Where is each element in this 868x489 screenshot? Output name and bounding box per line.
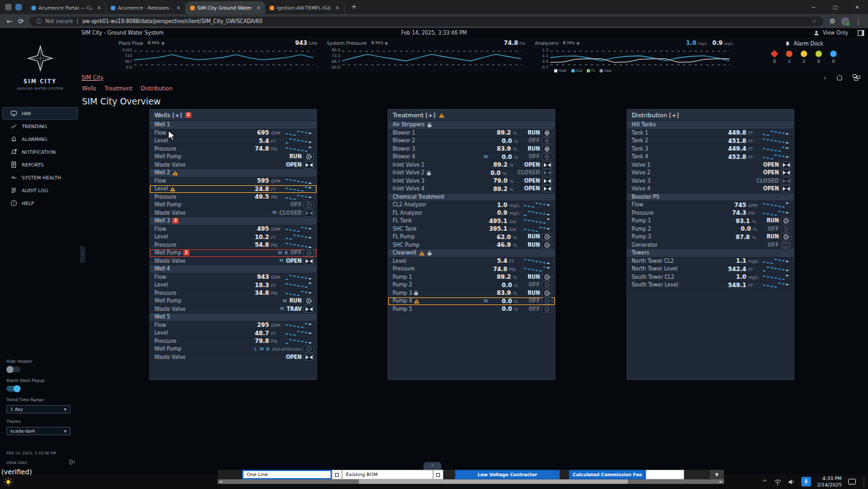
data-row[interactable]: Level24.8FT bbox=[150, 185, 316, 194]
data-row[interactable]: Blower 20.0%OFF bbox=[388, 137, 555, 145]
data-row[interactable]: South Tower Level549.1FT bbox=[627, 281, 794, 290]
screens-icon[interactable] bbox=[853, 74, 860, 81]
data-row[interactable]: Waste ValveOPEN bbox=[150, 162, 316, 170]
sidebar-item-alarming[interactable]: ALARMING bbox=[2, 133, 78, 145]
section-header-hill-tanks[interactable]: Hill Tanks bbox=[627, 121, 794, 129]
weather-widget[interactable] bbox=[0, 477, 13, 486]
data-row[interactable]: Valve 1OPEN bbox=[627, 162, 794, 170]
data-row[interactable]: Pressure74.8PSI bbox=[150, 145, 316, 154]
dropdown-caret[interactable]: ▼ bbox=[710, 470, 724, 479]
data-row[interactable]: SHC Tank395.1Gal bbox=[388, 226, 555, 234]
browser-tab[interactable]: Ignition-AW-TEMPL-IG01 – Ignitio...✕ bbox=[265, 1, 345, 14]
data-row[interactable]: Blower 4M0.0%OFF bbox=[388, 153, 555, 162]
cell-one-line[interactable]: One Line bbox=[242, 470, 332, 479]
data-row[interactable]: FL Analyzer0.9mg/L bbox=[388, 210, 555, 218]
speaker-icon[interactable] bbox=[788, 479, 795, 485]
tab-distribution[interactable]: Distribution bbox=[141, 85, 173, 92]
sidebar-item-help[interactable]: ?HELP bbox=[2, 197, 78, 210]
alarm-dock[interactable]: Alarm Dock 01200 bbox=[740, 40, 868, 64]
scroll-right-arrow[interactable]: ► bbox=[718, 479, 724, 484]
distribution-panel-header[interactable]: Distribution [+] bbox=[627, 110, 794, 121]
show-desktop-button[interactable] bbox=[864, 477, 865, 487]
profile-avatar[interactable] bbox=[841, 17, 849, 26]
data-row[interactable]: Pressure79.8PSI bbox=[150, 338, 316, 346]
taskbar-clock[interactable]: 4:33 PM 2/14/2025 bbox=[817, 476, 842, 488]
data-row[interactable]: Well PumpMRUN bbox=[150, 297, 316, 306]
refresh-button[interactable]: ⟳ bbox=[18, 18, 24, 25]
alarm-priority-indicator[interactable]: 1 bbox=[786, 51, 792, 64]
data-row[interactable]: CL2 Analyzer1.0mg/L bbox=[388, 201, 555, 210]
scrollbar-thumb[interactable] bbox=[359, 479, 628, 484]
url-bar[interactable]: ⓘ Not secure | aw-sprk01-ws19:8088/data/… bbox=[29, 17, 823, 26]
data-row[interactable]: Well PumpL M BOut-of-Service bbox=[150, 345, 316, 354]
data-row[interactable]: Pressure54.8PSI bbox=[150, 242, 316, 250]
section-header-well-2[interactable]: Well 2 bbox=[150, 169, 316, 178]
nav-back-icon[interactable]: ‹ bbox=[824, 74, 826, 81]
sidebar-collapse-handle[interactable]: ‹ bbox=[80, 246, 85, 263]
data-row[interactable]: North Tower CL21.1mg/L bbox=[627, 258, 794, 266]
section-header-chemical-treatment[interactable]: Chemical Treatment bbox=[388, 194, 555, 202]
data-row[interactable]: Pump 383.9%RUN bbox=[388, 290, 555, 298]
cell-existing-bom[interactable]: Existing BOM bbox=[342, 470, 433, 479]
bookmark-star-icon[interactable]: ☆ bbox=[812, 18, 817, 24]
data-row[interactable]: FL Pump62.0%RUN bbox=[388, 233, 555, 242]
notification-center-icon[interactable] bbox=[848, 479, 856, 485]
maximize-button[interactable]: ▢ bbox=[824, 0, 846, 14]
extensions-icon[interactable]: ⚙ bbox=[829, 18, 835, 25]
alarm-priority-indicator[interactable]: 2 bbox=[801, 51, 807, 64]
sidebar-item-system-health[interactable]: SYSTEM HEALTH bbox=[2, 171, 78, 184]
sidebar-item-hmi[interactable]: HMI bbox=[2, 107, 78, 120]
data-row[interactable]: Tank 3449.4FT bbox=[627, 145, 794, 154]
section-header-clearwell[interactable]: Clearwell bbox=[388, 249, 555, 258]
tab-treatment[interactable]: Treatment bbox=[104, 85, 132, 92]
data-row[interactable]: Flow595GPM bbox=[150, 178, 316, 186]
tray-expand-icon[interactable]: ^ bbox=[762, 479, 767, 485]
tab-close-icon[interactable]: ✕ bbox=[174, 5, 181, 11]
tab-close-icon[interactable]: ✕ bbox=[95, 5, 101, 11]
data-row[interactable]: Valve 4OPEN bbox=[627, 185, 794, 194]
checkbox[interactable] bbox=[433, 470, 443, 479]
section-header-well-5[interactable]: Well 5 bbox=[150, 313, 316, 322]
data-row[interactable]: Tank 4452.8FT bbox=[627, 153, 794, 162]
range-select[interactable]: 8 Hrs▼ bbox=[371, 40, 388, 46]
scroll-left-arrow[interactable]: ◄ bbox=[218, 479, 224, 484]
data-row[interactable]: Waste ValveOPEN bbox=[150, 354, 316, 362]
data-row[interactable]: Inlet Valve 20.0%CLOSED bbox=[388, 169, 555, 178]
cell-button[interactable]: Low Voltage Contractor bbox=[455, 470, 560, 479]
alarm-priority-indicator[interactable]: 0 bbox=[830, 51, 837, 64]
data-row[interactable]: Inlet Valve 489.2%OPEN bbox=[388, 185, 555, 194]
browser-menu-icon[interactable]: ⋮ bbox=[855, 18, 862, 25]
data-row[interactable]: Tank 2451.8FT bbox=[627, 137, 794, 145]
alarm-priority-indicator[interactable]: 0 bbox=[815, 51, 822, 64]
data-row[interactable]: FL Tank495.1Gal bbox=[388, 217, 555, 226]
data-row[interactable]: North Tower Level542.4FT bbox=[627, 265, 794, 274]
browser-tab[interactable]: Acumence - Releases - All Docu...✕ bbox=[106, 1, 186, 14]
data-row[interactable]: Well PumpOFF bbox=[150, 201, 316, 210]
data-row[interactable]: Inlet Valve 379.0%OPEN bbox=[388, 178, 555, 186]
section-header-well-1[interactable]: Well 1 bbox=[150, 121, 316, 129]
data-row[interactable]: Inlet Valve 189.2%OPEN bbox=[388, 162, 555, 170]
data-row[interactable]: Pump 50.0%OFF bbox=[388, 306, 555, 314]
data-row[interactable]: Pump 20.0%OFF bbox=[627, 226, 794, 234]
data-row[interactable]: Blower 189.2%RUN bbox=[388, 129, 555, 138]
range-select[interactable]: 8 Hrs▼ bbox=[563, 40, 580, 46]
data-row[interactable]: Waste ValveMOPEN bbox=[150, 258, 316, 266]
data-row[interactable]: Flow295GPM bbox=[150, 322, 316, 330]
theme-select[interactable]: scada-dark ▼ bbox=[6, 427, 70, 435]
sidebar-item-notification[interactable]: NOTIFICATION bbox=[2, 145, 78, 158]
data-row[interactable]: Pressure74.8PSI bbox=[388, 265, 555, 274]
data-row[interactable]: Waste ValveMTRAV bbox=[150, 306, 316, 314]
data-row[interactable]: Level10.2FT bbox=[150, 233, 316, 242]
app-icon[interactable] bbox=[15, 4, 22, 10]
data-row[interactable]: Blower 383.9%RUN bbox=[388, 145, 555, 154]
sidebar-item-reports[interactable]: REPORTS bbox=[2, 158, 78, 171]
cell-button[interactable]: Calculated Commission Fee bbox=[569, 470, 646, 479]
minimize-button[interactable]: ─ bbox=[803, 0, 824, 14]
data-row[interactable]: Pump 4M0.0%OFF bbox=[388, 297, 555, 306]
sidebar-item-audit-log[interactable]: AUDIT LOG bbox=[2, 184, 78, 197]
data-row[interactable]: Flow943GPM bbox=[150, 274, 316, 282]
data-row[interactable]: Pressure34.8PSI bbox=[150, 290, 316, 298]
close-button[interactable]: ✕ bbox=[846, 0, 868, 14]
tab-wells[interactable]: Wells bbox=[82, 85, 96, 92]
hide-header-toggle[interactable] bbox=[6, 367, 20, 372]
